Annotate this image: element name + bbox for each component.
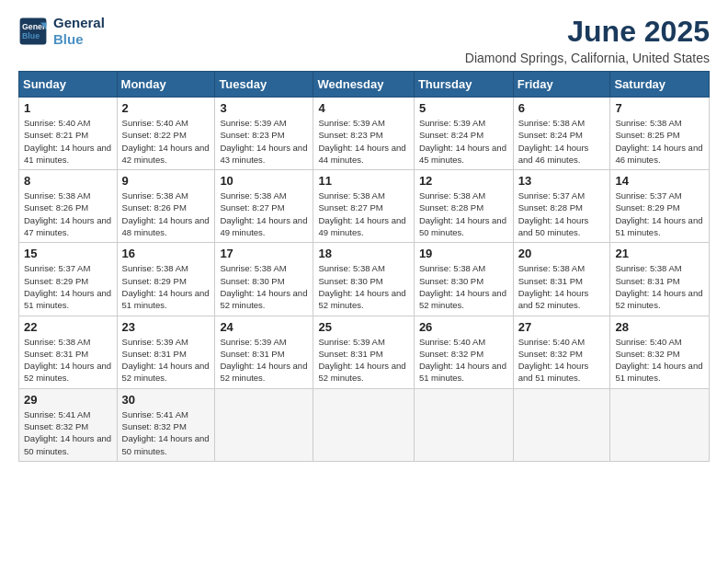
calendar-cell: 15 Sunrise: 5:37 AMSunset: 8:29 PMDaylig… [19,243,118,316]
calendar-cell: 21 Sunrise: 5:38 AMSunset: 8:31 PMDaylig… [610,243,710,316]
cell-info: Sunrise: 5:38 AMSunset: 8:27 PMDaylight:… [318,190,405,237]
calendar-cell: 30 Sunrise: 5:41 AMSunset: 8:32 PMDaylig… [117,388,215,461]
title-area: June 2025 Diamond Springs, California, U… [465,15,710,65]
calendar-week-row: 8 Sunrise: 5:38 AMSunset: 8:26 PMDayligh… [19,170,710,243]
calendar-cell: 20 Sunrise: 5:38 AMSunset: 8:31 PMDaylig… [513,243,610,316]
col-thursday: Thursday [414,72,513,98]
calendar-cell: 8 Sunrise: 5:38 AMSunset: 8:26 PMDayligh… [19,170,118,243]
day-number: 29 [24,393,112,407]
logo-icon: General Blue [18,17,48,46]
day-number: 25 [318,320,408,334]
day-number: 16 [122,247,210,260]
calendar-cell: 10 Sunrise: 5:38 AMSunset: 8:27 PMDaylig… [215,170,313,243]
header: General Blue General Blue June 2025 Diam… [18,15,710,65]
calendar-cell: 19 Sunrise: 5:38 AMSunset: 8:30 PMDaylig… [414,243,513,316]
calendar-cell: 12 Sunrise: 5:38 AMSunset: 8:28 PMDaylig… [414,170,513,243]
col-friday: Friday [513,72,610,98]
cell-info: Sunrise: 5:37 AMSunset: 8:29 PMDaylight:… [615,190,702,237]
calendar-cell: 25 Sunrise: 5:39 AMSunset: 8:31 PMDaylig… [313,316,414,388]
cell-info: Sunrise: 5:40 AMSunset: 8:21 PMDaylight:… [24,118,111,165]
day-number: 10 [220,174,308,188]
calendar-cell: 1 Sunrise: 5:40 AMSunset: 8:21 PMDayligh… [19,98,118,170]
logo-line2: Blue [53,31,105,48]
col-tuesday: Tuesday [215,72,313,98]
cell-info: Sunrise: 5:40 AMSunset: 8:32 PMDaylight:… [419,337,506,384]
day-number: 9 [122,174,210,188]
cell-info: Sunrise: 5:38 AMSunset: 8:31 PMDaylight:… [615,263,702,310]
calendar-week-row: 1 Sunrise: 5:40 AMSunset: 8:21 PMDayligh… [19,98,710,170]
cell-info: Sunrise: 5:38 AMSunset: 8:26 PMDaylight:… [122,190,210,237]
cell-info: Sunrise: 5:38 AMSunset: 8:26 PMDaylight:… [24,190,111,237]
cell-info: Sunrise: 5:41 AMSunset: 8:32 PMDaylight:… [122,409,210,456]
month-title: June 2025 [465,15,710,49]
col-sunday: Sunday [19,72,118,98]
calendar-cell [610,388,710,461]
day-number: 24 [220,320,308,334]
cell-info: Sunrise: 5:38 AMSunset: 8:31 PMDaylight:… [24,337,111,384]
cell-info: Sunrise: 5:39 AMSunset: 8:24 PMDaylight:… [419,118,506,165]
cell-info: Sunrise: 5:38 AMSunset: 8:25 PMDaylight:… [615,118,702,165]
day-number: 22 [24,320,112,334]
calendar-week-row: 15 Sunrise: 5:37 AMSunset: 8:29 PMDaylig… [19,243,710,316]
day-number: 14 [615,174,704,188]
day-number: 1 [24,101,112,115]
calendar-cell [513,388,610,461]
cell-info: Sunrise: 5:41 AMSunset: 8:32 PMDaylight:… [24,409,111,456]
day-number: 23 [122,320,210,334]
day-number: 15 [24,247,112,260]
day-number: 17 [220,247,308,260]
calendar: Sunday Monday Tuesday Wednesday Thursday… [18,71,710,462]
calendar-cell: 17 Sunrise: 5:38 AMSunset: 8:30 PMDaylig… [215,243,313,316]
cell-info: Sunrise: 5:39 AMSunset: 8:23 PMDaylight:… [318,118,405,165]
cell-info: Sunrise: 5:38 AMSunset: 8:29 PMDaylight:… [122,263,210,310]
calendar-cell: 9 Sunrise: 5:38 AMSunset: 8:26 PMDayligh… [117,170,215,243]
day-number: 13 [518,174,606,188]
calendar-cell: 22 Sunrise: 5:38 AMSunset: 8:31 PMDaylig… [19,316,118,388]
cell-info: Sunrise: 5:38 AMSunset: 8:24 PMDaylight:… [518,118,589,165]
calendar-cell: 3 Sunrise: 5:39 AMSunset: 8:23 PMDayligh… [215,98,313,170]
cell-info: Sunrise: 5:38 AMSunset: 8:30 PMDaylight:… [419,263,506,310]
day-number: 18 [318,247,408,260]
cell-info: Sunrise: 5:40 AMSunset: 8:32 PMDaylight:… [615,337,702,384]
cell-info: Sunrise: 5:38 AMSunset: 8:31 PMDaylight:… [518,263,589,310]
calendar-cell: 26 Sunrise: 5:40 AMSunset: 8:32 PMDaylig… [414,316,513,388]
calendar-cell: 5 Sunrise: 5:39 AMSunset: 8:24 PMDayligh… [414,98,513,170]
col-monday: Monday [117,72,215,98]
cell-info: Sunrise: 5:40 AMSunset: 8:32 PMDaylight:… [518,337,589,384]
calendar-cell: 4 Sunrise: 5:39 AMSunset: 8:23 PMDayligh… [313,98,414,170]
page: General Blue General Blue June 2025 Diam… [0,0,728,563]
cell-info: Sunrise: 5:38 AMSunset: 8:30 PMDaylight:… [318,263,405,310]
calendar-cell: 13 Sunrise: 5:37 AMSunset: 8:28 PMDaylig… [513,170,610,243]
cell-info: Sunrise: 5:39 AMSunset: 8:31 PMDaylight:… [318,337,405,384]
calendar-cell: 6 Sunrise: 5:38 AMSunset: 8:24 PMDayligh… [513,98,610,170]
logo-line1: General [53,15,105,31]
day-number: 2 [122,101,210,115]
cell-info: Sunrise: 5:38 AMSunset: 8:27 PMDaylight:… [220,190,307,237]
calendar-week-row: 22 Sunrise: 5:38 AMSunset: 8:31 PMDaylig… [19,316,710,388]
calendar-cell: 11 Sunrise: 5:38 AMSunset: 8:27 PMDaylig… [313,170,414,243]
day-number: 11 [318,174,408,188]
day-number: 21 [615,247,704,260]
day-number: 7 [615,101,704,115]
calendar-cell: 16 Sunrise: 5:38 AMSunset: 8:29 PMDaylig… [117,243,215,316]
cell-info: Sunrise: 5:40 AMSunset: 8:22 PMDaylight:… [122,118,210,165]
col-saturday: Saturday [610,72,710,98]
day-number: 26 [419,320,508,334]
cell-info: Sunrise: 5:37 AMSunset: 8:28 PMDaylight:… [518,190,589,237]
cell-info: Sunrise: 5:39 AMSunset: 8:31 PMDaylight:… [122,337,210,384]
cell-info: Sunrise: 5:38 AMSunset: 8:28 PMDaylight:… [419,190,506,237]
cell-info: Sunrise: 5:39 AMSunset: 8:23 PMDaylight:… [220,118,307,165]
location-title: Diamond Springs, California, United Stat… [465,51,710,65]
day-number: 20 [518,247,606,260]
day-number: 6 [518,101,606,115]
day-number: 4 [318,101,408,115]
calendar-cell: 18 Sunrise: 5:38 AMSunset: 8:30 PMDaylig… [313,243,414,316]
calendar-cell [215,388,313,461]
calendar-cell [414,388,513,461]
day-number: 30 [122,393,210,407]
calendar-cell: 28 Sunrise: 5:40 AMSunset: 8:32 PMDaylig… [610,316,710,388]
calendar-header-row: Sunday Monday Tuesday Wednesday Thursday… [19,72,710,98]
cell-info: Sunrise: 5:39 AMSunset: 8:31 PMDaylight:… [220,337,307,384]
svg-text:Blue: Blue [22,31,40,40]
cell-info: Sunrise: 5:38 AMSunset: 8:30 PMDaylight:… [220,263,307,310]
